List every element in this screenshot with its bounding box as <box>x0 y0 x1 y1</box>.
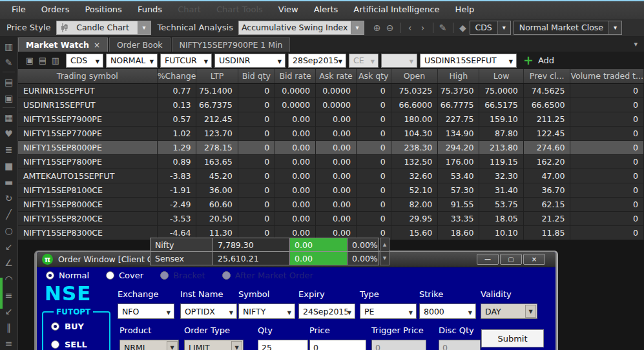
ray-tool-icon[interactable]: ↙ <box>0 303 17 319</box>
dropdown-value: OPTIDX <box>185 307 229 316</box>
scroll-down-button[interactable] <box>380 251 390 265</box>
chevron-down-icon[interactable] <box>634 40 638 48</box>
symbol-dropdown[interactable]: NIFTY <box>238 304 295 319</box>
validity-dropdown[interactable]: DAY <box>481 304 537 319</box>
table-row-nifty15sep8000ce[interactable]: NIFTY15SEP8000CE-2.4960.6000.000.00082.0… <box>18 197 644 211</box>
table-row-nifty15sep8100ce[interactable]: NIFTY15SEP8100CE-1.9136.0000.000.00052.1… <box>18 183 644 197</box>
product-dropdown[interactable]: NRML <box>119 340 179 350</box>
column-header--change[interactable]: %Change <box>157 69 196 83</box>
price-input[interactable] <box>309 340 366 350</box>
book-icon[interactable]: ▦ <box>0 109 17 125</box>
watch-dropdown-28sep2015[interactable]: 28Sep2015 <box>288 54 346 68</box>
column-header-bid-qty[interactable]: Bid qty <box>238 69 275 83</box>
tray-icon[interactable]: ≣ <box>0 141 17 158</box>
close-button[interactable]: × <box>523 254 545 265</box>
expiry-dropdown[interactable]: 24Sep2015 <box>298 304 355 319</box>
menu-item-funds[interactable]: Funds <box>130 5 170 14</box>
notes-icon[interactable]: ▤ <box>0 74 17 90</box>
table-row-amtekauto15sepfut[interactable]: AMTEKAUTO15SEPFUT-3.8345.2000.000.00032.… <box>18 169 644 183</box>
add-instrument-button[interactable]: Add <box>523 54 554 67</box>
table-row-nifty15sep7800pe[interactable]: NIFTY15SEP7800PE0.89163.6500.000.000132.… <box>18 154 644 169</box>
buy-radio[interactable]: BUY <box>51 322 109 331</box>
chart-icon[interactable]: ▥ <box>49 56 62 65</box>
cell: 18.60 <box>438 225 479 240</box>
vlines-tool-icon[interactable]: ‖ <box>0 319 17 335</box>
column-header-volume-traded-t-[interactable]: Volume traded t... <box>570 69 644 83</box>
indicator-dropdown[interactable]: Accumulative Swing Index <box>238 21 364 35</box>
zoom-out-icon[interactable]: ⊖ <box>384 23 397 33</box>
watch-dropdown-normal[interactable]: NORMAL <box>106 54 158 68</box>
pencil-line-icon[interactable]: ╱ <box>0 206 17 222</box>
arc-tool-icon[interactable]: ◠ <box>0 271 17 287</box>
column-header-prev-cl-[interactable]: Prev cl... <box>523 69 570 83</box>
column-header-bid-rate[interactable]: Bid rate <box>275 69 316 83</box>
tab-nifty15sep7900pe-1-min[interactable]: NIFTY15SEP7900PE 1 Min <box>172 37 291 52</box>
column-header-ask-qty[interactable]: Ask qty <box>356 69 391 83</box>
close-icon[interactable]: × <box>94 41 100 50</box>
save-icon[interactable]: ▣ <box>0 90 17 106</box>
menu-item-view[interactable]: View <box>271 5 306 14</box>
table-row-nifty15sep8200ce[interactable]: NIFTY15SEP8200CE-3.5320.5000.000.00029.9… <box>18 211 644 225</box>
scroll-up-button[interactable] <box>380 238 390 252</box>
sell-radio[interactable]: SELL <box>51 340 109 349</box>
tab-order-book[interactable]: Order Book <box>109 37 171 52</box>
table-row-nifty15sep8000pe[interactable]: NIFTY15SEP8000PE1.29278.1500.000.000238.… <box>18 140 644 154</box>
menu-item-file[interactable]: File <box>4 5 34 14</box>
ellipse-tool-icon[interactable]: ○ <box>0 222 17 238</box>
table-row-eurinr15sepfut[interactable]: EURINR15SEPFUT0.7775.140000.00000.000007… <box>18 83 644 98</box>
chart-type-dropdown[interactable]: Candle Chart <box>56 21 151 35</box>
refresh-icon[interactable]: ↻ <box>0 190 17 206</box>
bar-chart-icon[interactable]: ▥ <box>0 38 17 54</box>
order-mode-cover[interactable]: Cover <box>106 271 143 280</box>
maximize-button[interactable]: ▢ <box>500 254 522 265</box>
menu-item-help[interactable]: Help <box>448 5 483 14</box>
save-icon[interactable]: ▣ <box>23 56 36 65</box>
menu-item-orders[interactable]: Orders <box>34 5 78 14</box>
fib-lines-tool-icon[interactable]: ≡ <box>0 335 17 350</box>
trendline-tool-icon[interactable]: ↙ <box>0 238 17 254</box>
forward-arrow-icon[interactable]: › <box>417 23 430 33</box>
order-type-dropdown[interactable]: LIMIT <box>184 340 244 350</box>
tab-market-watch[interactable]: Market Watch× <box>18 37 108 52</box>
side-radios: BUYSELL <box>51 320 109 349</box>
favorites-heart-icon[interactable]: ♥ <box>0 125 17 141</box>
table-row-usdinr15sepfut[interactable]: USDINR15SEPFUT0.1366.737500.00000.000006… <box>18 98 644 112</box>
type-dropdown[interactable]: PE <box>360 304 417 319</box>
edit-icon[interactable]: ✎ <box>437 23 450 33</box>
qty-input[interactable] <box>258 340 308 350</box>
segment-dropdown[interactable]: CDS <box>470 21 511 35</box>
angle-tool-icon[interactable]: ∠ <box>0 254 17 271</box>
column-header-trading-symbol[interactable]: Trading symbol <box>18 69 157 83</box>
eraser-icon[interactable]: ◆ <box>457 23 470 33</box>
column-header-open[interactable]: Open <box>391 69 438 83</box>
menu-item-artificial-intelligence[interactable]: Artificial Intelligence <box>346 5 447 14</box>
table-row-nifty15sep7900pe[interactable]: NIFTY15SEP7900PE0.57212.4500.000.000180.… <box>18 112 644 126</box>
folder-icon[interactable]: ■ <box>0 158 17 174</box>
watch-dropdown-futcur[interactable]: FUTCUR <box>160 54 212 68</box>
strike-dropdown[interactable]: 8000 <box>419 304 476 319</box>
menu-item-alerts[interactable]: Alerts <box>306 5 346 14</box>
menu-item-positions[interactable]: Positions <box>77 5 129 14</box>
column-header-high[interactable]: High <box>438 69 479 83</box>
table-row-nifty15sep7700pe[interactable]: NIFTY15SEP7700PE1.02123.7000.000.000104.… <box>18 126 644 140</box>
zoom-in-icon[interactable]: ⊕ <box>371 23 384 33</box>
hlines-tool-icon[interactable]: ≡ <box>0 287 17 303</box>
watch-dropdown-usdinr15sepfut[interactable]: USDINR15SEPFUT <box>420 54 517 68</box>
field-price: Price <box>309 325 366 350</box>
column-header-ask-rate[interactable]: Ask rate <box>316 69 357 83</box>
order-mode-normal[interactable]: Normal <box>46 271 89 280</box>
watch-dropdown-usdinr[interactable]: USDINR <box>214 54 286 68</box>
back-arrow-icon[interactable]: ‹ <box>404 23 417 33</box>
brush-icon[interactable]: ✎ <box>0 54 17 70</box>
column-header-ltp[interactable]: LTP <box>196 69 238 83</box>
inst-name-dropdown[interactable]: OPTIDX <box>180 304 237 319</box>
minimize-button[interactable]: — <box>477 254 499 265</box>
notes-icon[interactable]: ▤ <box>36 56 49 65</box>
watch-dropdown-cds[interactable]: CDS <box>66 54 103 68</box>
column-header-low[interactable]: Low <box>479 69 523 83</box>
briefcase-icon[interactable]: ▬ <box>0 174 17 190</box>
cell: 32.60 <box>391 169 438 183</box>
exchange-dropdown[interactable]: NFO <box>118 304 174 319</box>
submit-button[interactable]: Submit <box>481 329 544 347</box>
market-status-dropdown[interactable]: Normal Market Close <box>514 21 622 35</box>
